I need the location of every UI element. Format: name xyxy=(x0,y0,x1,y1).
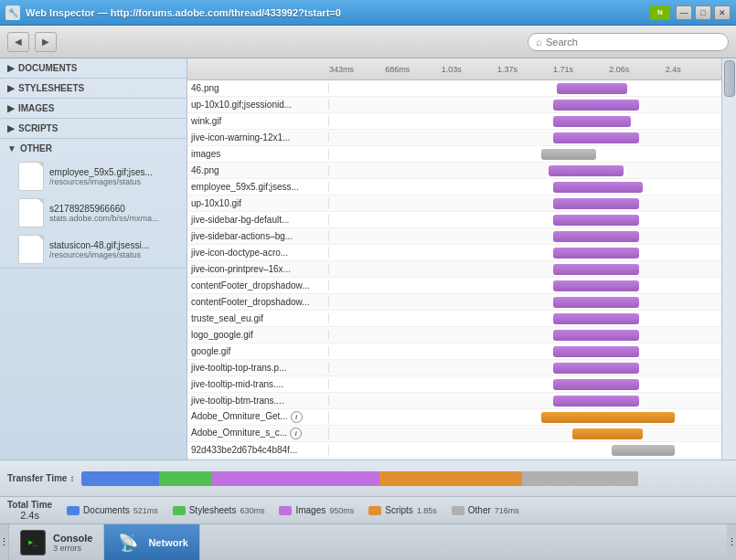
footer-nav: ⋮ ▶_Console3 errors📡Network⋮ xyxy=(0,523,736,560)
row-name: jive-tooltip-btm-trans.... xyxy=(187,396,329,406)
table-row: logo_google.gif xyxy=(187,327,721,343)
sidebar-section-label: STYLESHEETS xyxy=(18,83,84,93)
bar-area xyxy=(329,409,721,425)
timeline-bar xyxy=(553,116,632,127)
row-name: jive-icon-warning-12x1... xyxy=(187,132,329,143)
bar-area xyxy=(329,80,721,96)
table-row: jive-icon-warning-12x1... xyxy=(187,130,721,146)
legend-item-images: Images 950ms xyxy=(279,505,354,515)
table-row: truste_seal_eu.gif xyxy=(187,311,721,327)
table-row: contentFooter_dropshadow... xyxy=(187,294,721,311)
timeline-bar xyxy=(553,198,639,209)
footer-drag-handle[interactable]: ⋮ xyxy=(727,524,736,560)
sidebar: ▶DOCUMENTS▶STYLESHEETS▶IMAGES▶SCRIPTS▼OT… xyxy=(0,58,187,460)
row-name: wink.gif xyxy=(187,116,329,126)
sidebar-header-scripts[interactable]: ▶SCRIPTS xyxy=(0,119,187,138)
row-name: images xyxy=(187,149,329,159)
maximize-button[interactable]: □ xyxy=(695,5,711,20)
timeline-ticks: 343ms686ms1.03s1.37s1.71s2.06s2.4s xyxy=(329,58,721,79)
legend-value: 630ms xyxy=(240,506,264,515)
bar-area xyxy=(329,179,721,195)
table-row: employee_59x5.gif;jsess... xyxy=(187,179,721,195)
timeline-tick: 1.03s xyxy=(442,65,462,74)
file-icon xyxy=(18,235,44,264)
minimize-button[interactable]: — xyxy=(676,5,692,20)
transfer-segment-green xyxy=(159,471,211,486)
sidebar-section-documents: ▶DOCUMENTS xyxy=(0,58,187,79)
sidebar-header-images[interactable]: ▶IMAGES xyxy=(0,99,187,118)
table-row: google.gif xyxy=(187,343,721,360)
search-input[interactable] xyxy=(546,37,720,48)
bar-area xyxy=(329,212,721,227)
resize-handle[interactable]: ⋮ xyxy=(0,524,9,560)
legend-label: Images xyxy=(295,505,325,515)
back-button[interactable]: ◀ xyxy=(7,32,29,52)
row-name: contentFooter_dropshadow... xyxy=(187,297,329,307)
bar-area xyxy=(329,376,721,392)
forward-button[interactable]: ▶ xyxy=(35,32,57,52)
scrollbar-thumb[interactable] xyxy=(724,60,735,97)
timeline-bar xyxy=(541,412,675,423)
sidebar-item[interactable]: employee_59x5.gif;jses... /resources/ima… xyxy=(0,158,187,195)
sidebar-header-documents[interactable]: ▶DOCUMENTS xyxy=(0,58,187,78)
table-row: jive-tooltip-mid-trans.... xyxy=(187,376,721,393)
row-name: jive-tooltip-mid-trans.... xyxy=(187,379,329,389)
transfer-time-bar: Transfer Time ↕ xyxy=(0,460,736,496)
main-area: ▶DOCUMENTS▶STYLESHEETS▶IMAGES▶SCRIPTS▼OT… xyxy=(0,58,736,460)
footer-nav-item-console[interactable]: ▶_Console3 errors xyxy=(9,524,104,560)
table-row: up-10x10.gif xyxy=(187,195,721,212)
row-name: logo_google.gif xyxy=(187,330,329,340)
row-name: truste_seal_eu.gif xyxy=(187,313,329,323)
timeline-bar xyxy=(553,264,639,275)
sidebar-item-name: employee_59x5.gif;jses... xyxy=(49,167,179,177)
search-box[interactable]: ⌕ xyxy=(528,33,729,51)
legend-label: Stylesheets xyxy=(189,505,237,515)
legend-swatch xyxy=(452,506,464,515)
bar-area xyxy=(329,311,721,326)
legend-item-documents: Documents 521ms xyxy=(67,505,158,515)
timeline-bar xyxy=(553,363,639,374)
sidebar-section-images: ▶IMAGES xyxy=(0,99,187,119)
sidebar-item-name: statusicon-48.gif;jsessi... xyxy=(49,240,179,250)
sidebar-header-stylesheets[interactable]: ▶STYLESHEETS xyxy=(0,79,187,98)
bar-area xyxy=(329,360,721,375)
sidebar-section-label: SCRIPTS xyxy=(18,123,58,133)
timeline-tick: 1.37s xyxy=(497,65,517,74)
sidebar-item[interactable]: statusicon-48.gif;jsessi... /resources/i… xyxy=(0,231,187,268)
table-row: jive-sidebar-actions–bg... xyxy=(187,228,721,245)
sidebar-item[interactable]: s21789285966660 stats.adobe.com/b/ss/mxm… xyxy=(0,195,187,231)
timeline-tick: 343ms xyxy=(329,65,354,74)
timeline-bar xyxy=(553,100,639,111)
row-name: 46.png xyxy=(187,83,329,93)
info-icon[interactable]: i xyxy=(291,411,303,423)
table-row: jive-tooltip-top-trans.p... xyxy=(187,360,721,376)
scrollbar[interactable] xyxy=(721,58,736,460)
bar-area xyxy=(329,393,721,408)
row-name: jive-tooltip-top-trans.p... xyxy=(187,363,329,373)
bar-area xyxy=(329,245,721,260)
row-name: google.gif xyxy=(187,346,329,356)
bar-area xyxy=(329,130,721,145)
legend-value: 716ms xyxy=(495,506,519,515)
close-button[interactable]: ✕ xyxy=(714,5,731,20)
info-icon[interactable]: i xyxy=(290,428,302,439)
timeline-tick: 2.4s xyxy=(666,65,681,74)
timeline-header: 343ms686ms1.03s1.37s1.71s2.06s2.4s xyxy=(187,58,721,80)
legend-swatch xyxy=(279,506,292,515)
legend-bar: Total Time2.4s Documents 521ms Styleshee… xyxy=(0,496,736,523)
sidebar-section-label: IMAGES xyxy=(18,103,54,113)
triangle-icon: ▶ xyxy=(7,103,15,113)
table-row: s21789285966660 xyxy=(187,459,721,460)
row-name: up-10x10.gif xyxy=(187,198,329,208)
bar-area xyxy=(329,228,721,244)
sidebar-header-other[interactable]: ▼OTHER xyxy=(0,139,187,158)
timeline-bar xyxy=(553,396,639,407)
footer-nav-item-network[interactable]: 📡Network xyxy=(104,524,199,560)
timeline-tick: 1.71s xyxy=(553,65,573,74)
timeline-bar xyxy=(553,280,639,291)
row-name: up-10x10.gif;jsessionid... xyxy=(187,100,329,110)
table-row: wink.gif xyxy=(187,113,721,130)
transfer-segment-gray xyxy=(522,471,638,486)
timeline-bar xyxy=(553,248,639,259)
timeline-bar xyxy=(553,313,639,324)
